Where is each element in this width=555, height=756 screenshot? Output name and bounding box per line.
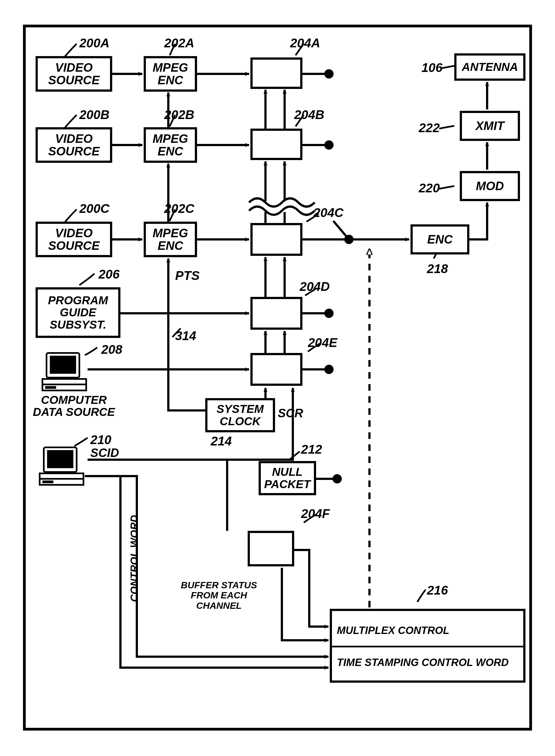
ref-204c: 204C xyxy=(313,205,343,220)
xmit-label: XMIT xyxy=(462,120,518,132)
ref-220: 220 xyxy=(419,181,440,195)
svg-rect-35 xyxy=(51,357,75,373)
video-source-c-label: VIDEO SOURCE xyxy=(38,227,110,252)
svg-rect-40 xyxy=(48,451,73,467)
ref-314: 314 xyxy=(175,328,196,343)
ref-204e: 204E xyxy=(308,335,337,350)
mpeg-enc-a-label: MPEG ENC xyxy=(146,61,195,86)
ref-204f: 204F xyxy=(301,506,330,521)
ref-204b: 204B xyxy=(294,107,324,122)
ref-222: 222 xyxy=(419,120,440,135)
system-clock: SYSTEM CLOCK xyxy=(205,398,275,432)
antenna: ANTENNA xyxy=(454,53,525,81)
svg-rect-38 xyxy=(45,386,56,389)
mod: MOD xyxy=(460,171,520,201)
mux-204a xyxy=(250,57,302,89)
ref-218: 218 xyxy=(427,261,448,276)
scid-label: SCID xyxy=(90,446,119,460)
ref-106: 106 xyxy=(421,60,442,75)
ref-208: 208 xyxy=(101,342,122,357)
ref-216: 216 xyxy=(427,583,448,597)
ref-210: 210 xyxy=(90,432,112,447)
antenna-label: ANTENNA xyxy=(457,61,523,73)
computer-data-source-icon xyxy=(41,352,88,393)
ref-200b: 200B xyxy=(79,107,110,122)
switch-dot-null xyxy=(333,474,342,484)
ref-202c: 202C xyxy=(164,201,194,216)
video-source-a-label: VIDEO SOURCE xyxy=(38,61,110,86)
xmit: XMIT xyxy=(460,111,520,141)
ref-200a: 200A xyxy=(79,36,110,50)
scr-label: SCR xyxy=(278,406,303,420)
mux-204d xyxy=(250,297,302,330)
switch-dot-204c xyxy=(344,235,353,244)
enc-label: ENC xyxy=(413,233,467,246)
pts-label: PTS xyxy=(175,268,200,283)
mux-204e xyxy=(250,353,302,386)
ref-202b: 202B xyxy=(164,107,194,122)
mux-ctrl-line1: MULTIPLEX CONTROL xyxy=(337,625,450,636)
svg-rect-43 xyxy=(42,481,53,483)
ref-214: 214 xyxy=(211,434,232,448)
control-word-label: CONTROL WORD xyxy=(129,515,140,602)
buffer-status-label: BUFFER STATUS FROM EACH CHANNEL xyxy=(176,580,261,611)
multiplex-control: MULTIPLEX CONTROL TIME STAMPING CONTROL … xyxy=(330,609,525,683)
ref-204d: 204D xyxy=(300,279,330,294)
mux-204c xyxy=(250,223,302,256)
video-source-c: VIDEO SOURCE xyxy=(36,222,112,257)
switch-dot-204d xyxy=(324,309,334,318)
mux-ctrl-line2: TIME STAMPING CONTROL WORD xyxy=(337,657,509,668)
null-packet: NULL PACKET xyxy=(259,461,316,495)
ref-200c: 200C xyxy=(79,201,110,216)
program-guide-label: PROGRAM GUIDE SUBSYST. xyxy=(38,295,118,330)
mpeg-enc-b: MPEG ENC xyxy=(144,127,197,163)
switch-dot-204e xyxy=(324,365,334,374)
switch-dot-204a xyxy=(324,69,334,79)
video-source-b: VIDEO SOURCE xyxy=(36,127,112,163)
computer-data-source-label: COMPUTER DATA SOURCE xyxy=(27,394,120,418)
ref-212: 212 xyxy=(301,442,322,457)
program-guide-subsystem: PROGRAM GUIDE SUBSYST. xyxy=(36,287,120,338)
video-source-b-label: VIDEO SOURCE xyxy=(38,132,110,158)
ref-204a: 204A xyxy=(290,36,320,50)
mux-204f xyxy=(248,531,294,566)
enc: ENC xyxy=(411,224,469,255)
mpeg-enc-a: MPEG ENC xyxy=(144,56,197,92)
ref-202a: 202A xyxy=(164,36,194,50)
null-packet-label: NULL PACKET xyxy=(261,466,314,490)
mpeg-enc-b-label: MPEG ENC xyxy=(146,132,195,158)
scid-computer-icon xyxy=(38,446,85,487)
mpeg-enc-c-label: MPEG ENC xyxy=(146,227,195,252)
ref-206: 206 xyxy=(98,267,120,281)
mpeg-enc-c: MPEG ENC xyxy=(144,222,197,257)
mux-204b xyxy=(250,129,302,160)
switch-dot-204b xyxy=(324,140,334,150)
video-source-a: VIDEO SOURCE xyxy=(36,56,112,92)
mod-label: MOD xyxy=(462,180,518,192)
system-clock-label: SYSTEM CLOCK xyxy=(207,403,273,427)
